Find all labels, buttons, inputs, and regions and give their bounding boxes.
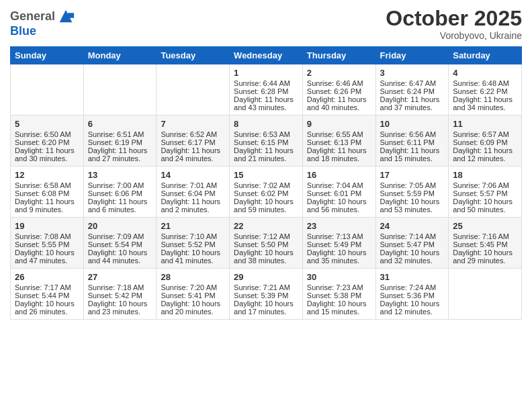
sunrise-text: Sunrise: 7:10 AM — [161, 232, 225, 240]
daylight-text: Daylight: 10 hours and 41 minutes. — [161, 248, 225, 265]
day-number: 5 — [15, 119, 79, 129]
day-cell: 1Sunrise: 6:44 AMSunset: 6:28 PMDaylight… — [230, 64, 303, 116]
daylight-text: Daylight: 10 hours and 59 minutes. — [234, 197, 298, 214]
sunset-text: Sunset: 6:26 PM — [307, 87, 371, 95]
weekday-header-friday: Friday — [375, 47, 449, 64]
sunrise-text: Sunrise: 6:57 AM — [453, 130, 517, 138]
day-number: 29 — [234, 272, 298, 282]
daylight-text: Daylight: 11 hours and 15 minutes. — [380, 146, 445, 163]
day-cell: 23Sunrise: 7:13 AMSunset: 5:49 PMDayligh… — [302, 218, 375, 269]
sunrise-text: Sunrise: 7:05 AM — [380, 181, 445, 189]
weekday-header-saturday: Saturday — [449, 47, 522, 64]
daylight-text: Daylight: 10 hours and 17 minutes. — [234, 300, 298, 316]
daylight-text: Daylight: 11 hours and 24 minutes. — [161, 146, 225, 163]
sunrise-text: Sunrise: 7:21 AM — [234, 283, 298, 291]
sunrise-text: Sunrise: 7:09 AM — [88, 232, 152, 240]
day-cell: 30Sunrise: 7:23 AMSunset: 5:38 PMDayligh… — [302, 269, 375, 320]
sunset-text: Sunset: 6:20 PM — [15, 138, 79, 146]
week-row-2: 5Sunrise: 6:50 AMSunset: 6:20 PMDaylight… — [11, 116, 522, 167]
daylight-text: Daylight: 11 hours and 27 minutes. — [88, 146, 152, 163]
sunset-text: Sunset: 5:36 PM — [380, 291, 445, 300]
daylight-text: Daylight: 10 hours and 26 minutes. — [15, 300, 79, 316]
day-number: 20 — [88, 221, 152, 231]
day-cell: 27Sunrise: 7:18 AMSunset: 5:42 PMDayligh… — [83, 269, 157, 320]
daylight-text: Daylight: 11 hours and 37 minutes. — [380, 95, 445, 111]
sunrise-text: Sunrise: 7:02 AM — [234, 181, 298, 189]
day-number: 21 — [161, 221, 225, 231]
day-cell: 10Sunrise: 6:56 AMSunset: 6:11 PMDayligh… — [375, 116, 449, 167]
day-number: 3 — [380, 68, 445, 78]
daylight-text: Daylight: 11 hours and 43 minutes. — [234, 95, 298, 111]
sunrise-text: Sunrise: 7:24 AM — [380, 283, 445, 291]
sunset-text: Sunset: 6:11 PM — [380, 138, 445, 146]
sunrise-text: Sunrise: 6:46 AM — [307, 79, 371, 87]
day-number: 28 — [161, 272, 225, 282]
day-number: 16 — [307, 170, 371, 180]
sunrise-text: Sunrise: 6:52 AM — [161, 130, 225, 138]
day-number: 27 — [88, 272, 152, 282]
month-title: October 2025 — [386, 7, 522, 30]
sunrise-text: Sunrise: 7:17 AM — [15, 283, 79, 291]
sunrise-text: Sunrise: 6:56 AM — [380, 130, 445, 138]
sunset-text: Sunset: 6:09 PM — [453, 138, 517, 146]
sunset-text: Sunset: 6:19 PM — [88, 138, 152, 146]
day-number: 9 — [307, 119, 371, 129]
sunset-text: Sunset: 5:59 PM — [380, 189, 445, 197]
daylight-text: Daylight: 10 hours and 53 minutes. — [380, 197, 445, 214]
sunrise-text: Sunrise: 6:50 AM — [15, 130, 79, 138]
day-cell: 25Sunrise: 7:16 AMSunset: 5:45 PMDayligh… — [449, 218, 522, 269]
sunset-text: Sunset: 5:57 PM — [453, 189, 517, 197]
sunset-text: Sunset: 5:52 PM — [161, 240, 225, 248]
day-cell: 17Sunrise: 7:05 AMSunset: 5:59 PMDayligh… — [375, 167, 449, 218]
sunrise-text: Sunrise: 6:48 AM — [453, 79, 517, 87]
day-number: 11 — [453, 119, 517, 129]
daylight-text: Daylight: 10 hours and 50 minutes. — [453, 197, 517, 214]
daylight-text: Daylight: 11 hours and 18 minutes. — [307, 146, 371, 163]
day-cell — [157, 64, 230, 116]
weekday-header-sunday: Sunday — [11, 47, 84, 64]
daylight-text: Daylight: 10 hours and 23 minutes. — [88, 300, 152, 316]
sunrise-text: Sunrise: 6:44 AM — [234, 79, 298, 87]
weekday-header-tuesday: Tuesday — [157, 47, 230, 64]
day-number: 13 — [88, 170, 152, 180]
week-row-3: 12Sunrise: 6:58 AMSunset: 6:08 PMDayligh… — [11, 167, 522, 218]
sunrise-text: Sunrise: 7:00 AM — [88, 181, 152, 189]
header: General Blue October 2025 Vorobyovo, Ukr… — [10, 7, 522, 41]
day-number: 22 — [234, 221, 298, 231]
sunrise-text: Sunrise: 7:13 AM — [307, 232, 371, 240]
calendar: SundayMondayTuesdayWednesdayThursdayFrid… — [10, 46, 522, 320]
day-cell: 22Sunrise: 7:12 AMSunset: 5:50 PMDayligh… — [230, 218, 303, 269]
day-number: 8 — [234, 119, 298, 129]
day-number: 26 — [15, 272, 79, 282]
sunset-text: Sunset: 5:45 PM — [453, 240, 517, 248]
sunrise-text: Sunrise: 7:14 AM — [380, 232, 445, 240]
sunrise-text: Sunrise: 7:01 AM — [161, 181, 225, 189]
day-cell: 4Sunrise: 6:48 AMSunset: 6:22 PMDaylight… — [449, 64, 522, 116]
week-row-1: 1Sunrise: 6:44 AMSunset: 6:28 PMDaylight… — [11, 64, 522, 116]
day-cell: 28Sunrise: 7:20 AMSunset: 5:41 PMDayligh… — [157, 269, 230, 320]
sunset-text: Sunset: 5:54 PM — [88, 240, 152, 248]
sunset-text: Sunset: 6:01 PM — [307, 189, 371, 197]
daylight-text: Daylight: 10 hours and 35 minutes. — [307, 248, 371, 265]
day-cell: 2Sunrise: 6:46 AMSunset: 6:26 PMDaylight… — [302, 64, 375, 116]
week-row-4: 19Sunrise: 7:08 AMSunset: 5:55 PMDayligh… — [11, 218, 522, 269]
daylight-text: Daylight: 11 hours and 34 minutes. — [453, 95, 517, 111]
sunset-text: Sunset: 5:38 PM — [307, 291, 371, 300]
logo-blue-text: Blue — [10, 24, 75, 38]
sunset-text: Sunset: 5:55 PM — [15, 240, 79, 248]
logo: General Blue — [10, 7, 75, 38]
day-number: 6 — [88, 119, 152, 129]
day-cell — [449, 269, 522, 320]
day-cell: 31Sunrise: 7:24 AMSunset: 5:36 PMDayligh… — [375, 269, 449, 320]
sunrise-text: Sunrise: 7:04 AM — [307, 181, 371, 189]
day-number: 18 — [453, 170, 517, 180]
daylight-text: Daylight: 10 hours and 29 minutes. — [453, 248, 517, 265]
day-number: 23 — [307, 221, 371, 231]
daylight-text: Daylight: 10 hours and 12 minutes. — [380, 300, 445, 316]
weekday-header-wednesday: Wednesday — [230, 47, 303, 64]
sunrise-text: Sunrise: 6:47 AM — [380, 79, 445, 87]
sunrise-text: Sunrise: 7:18 AM — [88, 283, 152, 291]
day-number: 2 — [307, 68, 371, 78]
daylight-text: Daylight: 10 hours and 47 minutes. — [15, 248, 79, 265]
daylight-text: Daylight: 10 hours and 38 minutes. — [234, 248, 298, 265]
